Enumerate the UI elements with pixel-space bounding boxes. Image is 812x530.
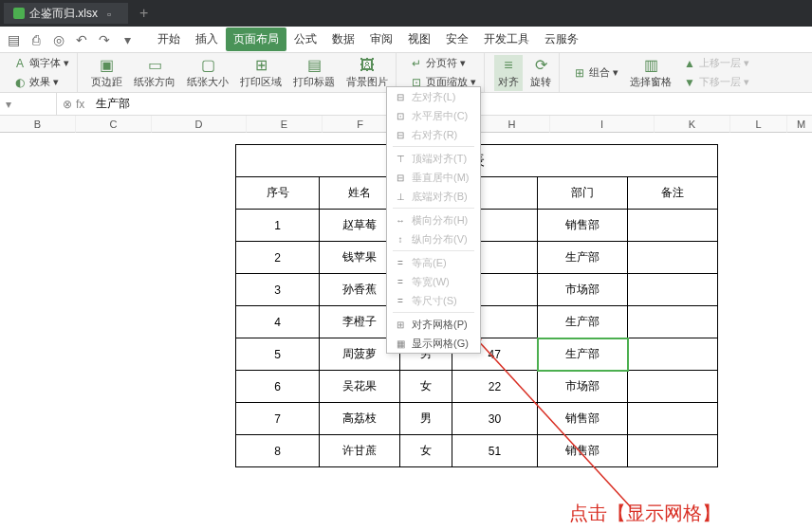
effect-dropdown[interactable]: ◐效果 ▾: [9, 73, 73, 91]
titlebar: 企鉴而归.xlsx ▫ +: [0, 0, 812, 27]
file-icon: [13, 8, 25, 19]
printarea-button[interactable]: ⊞打印区域: [236, 55, 286, 91]
align-button[interactable]: ≡对齐: [494, 55, 523, 91]
menu-8[interactable]: 开发工具: [476, 27, 537, 51]
dropdown-item: ↔横向分布(H): [387, 210, 480, 229]
font-dropdown[interactable]: A颂字体 ▾: [9, 54, 73, 72]
file-tab[interactable]: 企鉴而归.xlsx ▫: [4, 3, 128, 24]
selection-pane-button[interactable]: ▥选择窗格: [626, 55, 675, 91]
table-row[interactable]: 7高荔枝男30销售部: [236, 403, 718, 435]
tab-options-icon[interactable]: ▫: [107, 8, 119, 19]
menu-6[interactable]: 视图: [400, 27, 438, 51]
menu-tabs: 开始插入页面布局公式数据审阅视图安全开发工具云服务: [150, 27, 586, 51]
size-button[interactable]: ▢纸张大小: [183, 55, 232, 91]
dropdown-item[interactable]: ▦显示网格(G): [387, 334, 480, 353]
dropdown-item: =等高(E): [387, 253, 480, 272]
new-tab-button[interactable]: +: [132, 5, 156, 22]
menu-9[interactable]: 云服务: [537, 27, 586, 51]
margins-button[interactable]: ▣页边距: [87, 55, 126, 91]
col-H[interactable]: H: [474, 116, 550, 133]
rotate-button[interactable]: ⟳旋转: [526, 55, 555, 91]
menubar: ▤ ⎙ ◎ ↶ ↷ ▾ 开始插入页面布局公式数据审阅视图安全开发工具云服务: [0, 27, 812, 53]
breaks-button[interactable]: ↵分页符 ▾: [406, 54, 480, 72]
menu-3[interactable]: 公式: [286, 27, 324, 51]
col-M[interactable]: M: [787, 116, 812, 133]
menu-4[interactable]: 数据: [324, 27, 362, 51]
dropdown-item: ↕纵向分布(V): [387, 229, 480, 248]
bring-forward-button[interactable]: ▲上移一层 ▾: [679, 54, 753, 72]
orientation-button[interactable]: ▭纸张方向: [130, 55, 179, 91]
filename: 企鉴而归.xlsx: [29, 6, 98, 22]
dropdown-item: ⊡水平居中(C): [387, 106, 480, 125]
dropdown-item: =等尺寸(S): [387, 291, 480, 310]
col-E[interactable]: E: [247, 116, 323, 133]
align-dropdown-menu: ⊟左对齐(L)⊡水平居中(C)⊟右对齐(R)⊤顶端对齐(T)⊟垂直居中(M)⊥底…: [386, 86, 481, 354]
group-button[interactable]: ⊞组合 ▾: [569, 64, 622, 82]
send-backward-button[interactable]: ▼下移一层 ▾: [679, 73, 753, 91]
col-K[interactable]: K: [655, 116, 730, 133]
table-row[interactable]: 6吴花果女22市场部: [236, 371, 718, 403]
col-I[interactable]: I: [550, 116, 655, 133]
print-icon[interactable]: ⎙: [28, 32, 44, 47]
preview-icon[interactable]: ◎: [51, 32, 66, 47]
dropdown-item: ⊤顶端对齐(T): [387, 149, 480, 168]
dropdown-item: =等宽(W): [387, 272, 480, 291]
menu-2[interactable]: 页面布局: [226, 27, 286, 51]
quick-access-toolbar: ▤ ⎙ ◎ ↶ ↷ ▾: [6, 32, 135, 47]
dropdown-item: ⊟左对齐(L): [387, 87, 480, 106]
col-D[interactable]: D: [152, 116, 247, 133]
col-C[interactable]: C: [76, 116, 152, 133]
background-button[interactable]: 🖼背景图片: [342, 55, 392, 91]
menu-5[interactable]: 审阅: [362, 27, 400, 51]
qat-dropdown-icon[interactable]: ▾: [120, 32, 135, 47]
menu-0[interactable]: 开始: [150, 27, 188, 51]
printtitles-button[interactable]: ▤打印标题: [289, 55, 339, 91]
dropdown-item[interactable]: ⊞对齐网格(P): [387, 315, 480, 334]
save-icon[interactable]: ▤: [6, 32, 21, 47]
annotation-text: 点击【显示网格】: [569, 501, 721, 526]
name-box[interactable]: ▾: [0, 93, 57, 115]
col-B[interactable]: B: [0, 116, 76, 133]
table-row[interactable]: 8许甘蔗女51销售部: [236, 435, 718, 467]
redo-icon[interactable]: ↷: [97, 32, 112, 47]
dropdown-item: ⊟右对齐(R): [387, 125, 480, 144]
menu-7[interactable]: 安全: [438, 27, 476, 51]
col-L[interactable]: L: [730, 116, 787, 133]
fx-button[interactable]: ⊗fx: [57, 98, 90, 111]
menu-1[interactable]: 插入: [188, 27, 226, 51]
dropdown-item: ⊥底端对齐(B): [387, 187, 480, 206]
undo-icon[interactable]: ↶: [74, 32, 89, 47]
dropdown-item: ⊟垂直居中(M): [387, 168, 480, 187]
